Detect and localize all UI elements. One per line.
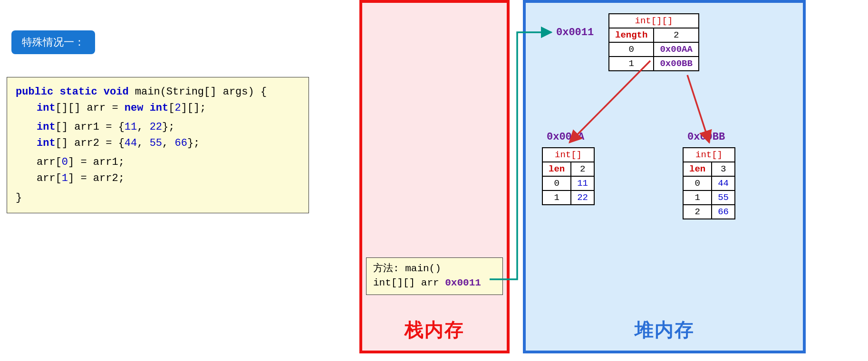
outer-array-object: int[][] length2 00x00AA 10x00BB (608, 13, 699, 71)
stack-frame-main: 方法: main() int[][] arr 0x0011 (366, 257, 503, 295)
code-num: 22 (150, 121, 162, 133)
stack-frame-method: 方法: main() (373, 262, 496, 276)
code-kw: int (37, 102, 56, 114)
arr-bb-val-2: 66 (712, 205, 735, 219)
code-snippet: public static void main(String[] args) {… (7, 77, 309, 213)
code-text: , (137, 137, 149, 149)
arr-bb-addr-label: 0x00BB (687, 131, 725, 143)
arr-aa-len: 2 (571, 162, 594, 176)
arr-aa-idx-0: 0 (542, 176, 571, 190)
arr-aa-val-0: 11 (571, 176, 594, 190)
code-num: 55 (150, 137, 162, 149)
arr-bb-val-1: 55 (712, 190, 735, 205)
code-num: 2 (174, 102, 181, 114)
code-line-4: int[] arr2 = {44, 55, 66}; (16, 135, 300, 152)
arr-aa-type: int[] (542, 148, 594, 162)
heap-title: 堆内存 (635, 317, 694, 343)
code-line-5: arr[0] = arr1; (16, 154, 300, 171)
code-text: ][]; (181, 102, 206, 114)
arr-bb-len-label: len (683, 162, 712, 176)
code-kw: public static void (16, 86, 129, 98)
code-text: [] arr1 = { (56, 121, 125, 133)
code-text: ] = arr2; (68, 172, 125, 184)
outer-length-val: 2 (654, 28, 698, 42)
code-text: [][] arr = (56, 102, 125, 114)
code-text: arr[ (37, 172, 62, 184)
arr-aa-addr-label: 0x00AA (547, 131, 584, 143)
code-line-7: } (16, 190, 300, 206)
arr-aa-idx-1: 1 (542, 190, 571, 205)
code-text: , (162, 137, 174, 149)
outer-val-1: 0x00BB (654, 57, 698, 71)
code-kw: new int (125, 102, 168, 114)
code-text: ] = arr1; (68, 156, 125, 168)
code-line-2: int[][] arr = new int[2][]; (16, 100, 300, 116)
code-num: 0 (62, 156, 68, 168)
code-text: arr[ (37, 156, 62, 168)
arr-aa-val-1: 22 (571, 190, 594, 205)
code-text: [ (168, 102, 174, 114)
code-text: }; (162, 121, 174, 133)
code-num: 44 (125, 137, 137, 149)
code-num: 1 (62, 172, 68, 184)
code-text: main(String[] args) { (129, 86, 267, 98)
special-case-badge: 特殊情况一： (11, 30, 95, 54)
code-line-3: int[] arr1 = {11, 22}; (16, 119, 300, 135)
code-text: [] arr2 = { (56, 137, 125, 149)
arr-aa-object: int[] len2 011 122 (542, 147, 595, 205)
code-line-1: public static void main(String[] args) { (16, 84, 300, 100)
arr-aa-len-label: len (542, 162, 571, 176)
code-line-6: arr[1] = arr2; (16, 171, 300, 187)
arr-bb-idx-1: 1 (683, 190, 712, 205)
arr-bb-val-0: 44 (712, 176, 735, 190)
code-text: }; (187, 137, 200, 149)
code-kw: int (37, 121, 56, 133)
outer-addr-label: 0x0011 (556, 27, 594, 38)
outer-idx-1: 1 (609, 57, 654, 71)
arr-bb-object: int[] len3 044 155 266 (683, 147, 735, 219)
stack-var-decl: int[][] arr (373, 277, 445, 288)
arr-bb-len: 3 (712, 162, 735, 176)
outer-type: int[][] (609, 14, 699, 28)
arr-bb-type: int[] (683, 148, 735, 162)
code-text: , (137, 121, 149, 133)
arr-bb-idx-0: 0 (683, 176, 712, 190)
stack-memory-region: 栈内存 (359, 0, 510, 353)
arr-bb-idx-2: 2 (683, 205, 712, 219)
code-num: 66 (174, 137, 187, 149)
stack-frame-var: int[][] arr 0x0011 (373, 276, 496, 290)
outer-length-label: length (609, 28, 654, 42)
outer-idx-0: 0 (609, 42, 654, 57)
code-num: 11 (125, 121, 137, 133)
stack-var-addr: 0x0011 (445, 277, 481, 288)
outer-val-0: 0x00AA (654, 42, 698, 57)
stack-title: 栈内存 (405, 317, 464, 343)
code-kw: int (37, 137, 56, 149)
